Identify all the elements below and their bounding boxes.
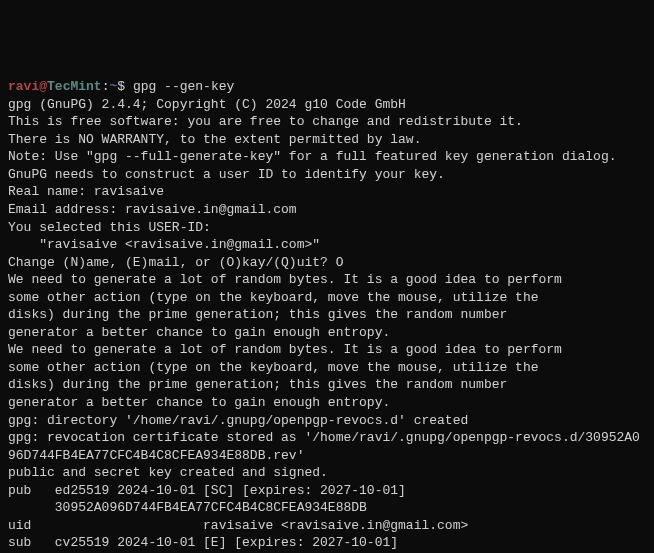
- output-line: This is free software: you are free to c…: [8, 113, 646, 131]
- output-line: generator a better chance to gain enough…: [8, 394, 646, 412]
- output-line: Real name: ravisaive: [8, 183, 646, 201]
- output-line: sub cv25519 2024-10-01 [E] [expires: 202…: [8, 534, 646, 552]
- output-line: generator a better chance to gain enough…: [8, 324, 646, 342]
- prompt-host: TecMint: [47, 79, 102, 94]
- prompt-user: ravi: [8, 79, 39, 94]
- prompt-dollar: $: [117, 79, 133, 94]
- output-line: some other action (type on the keyboard,…: [8, 359, 646, 377]
- output-line: Note: Use "gpg --full-generate-key" for …: [8, 148, 646, 166]
- output-line: some other action (type on the keyboard,…: [8, 289, 646, 307]
- output-line: You selected this USER-ID:: [8, 219, 646, 237]
- output-line: Change (N)ame, (E)mail, or (O)kay/(Q)uit…: [8, 254, 646, 272]
- output-line: disks) during the prime generation; this…: [8, 306, 646, 324]
- output-line: gpg (GnuPG) 2.4.4; Copyright (C) 2024 g1…: [8, 96, 646, 114]
- output-line: We need to generate a lot of random byte…: [8, 341, 646, 359]
- output-line: pub ed25519 2024-10-01 [SC] [expires: 20…: [8, 482, 646, 500]
- output-line: There is NO WARRANTY, to the extent perm…: [8, 131, 646, 149]
- output-line: We need to generate a lot of random byte…: [8, 271, 646, 289]
- command-text[interactable]: gpg --gen-key: [133, 79, 234, 94]
- output-line: gpg: revocation certificate stored as '/…: [8, 429, 646, 464]
- output-line: "ravisaive <ravisaive.in@gmail.com>": [8, 236, 646, 254]
- output-line: disks) during the prime generation; this…: [8, 376, 646, 394]
- output-line: public and secret key created and signed…: [8, 464, 646, 482]
- output-line: GnuPG needs to construct a user ID to id…: [8, 166, 646, 184]
- output-line: Email address: ravisaive.in@gmail.com: [8, 201, 646, 219]
- output-line: uid ravisaive <ravisaive.in@gmail.com>: [8, 517, 646, 535]
- output-line: 30952A096D744FB4EA77CFC4B4C8CFEA934E88DB: [8, 499, 646, 517]
- prompt-at: @: [39, 79, 47, 94]
- prompt-line: ravi@TecMint:~$ gpg --gen-key: [8, 78, 646, 96]
- output-line: gpg: directory '/home/ravi/.gnupg/openpg…: [8, 412, 646, 430]
